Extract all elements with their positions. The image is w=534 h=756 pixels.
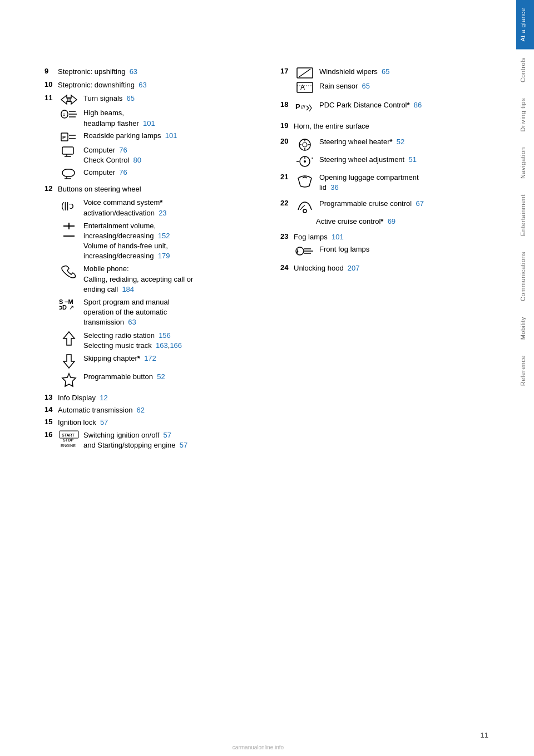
- computer2-icon: [58, 168, 80, 180]
- windshield-icon: [294, 67, 316, 79]
- tab-reference[interactable]: Reference: [516, 347, 534, 394]
- text-15: Ignition lock 57: [58, 418, 258, 428]
- num-21: 21: [280, 173, 294, 181]
- svg-text:P: P: [62, 135, 66, 140]
- sport-m-icon: S −M ↄD ↗: [58, 297, 80, 310]
- tab-entertainment[interactable]: Entertainment: [516, 186, 534, 244]
- entry-volume: Entertainment volume,increasing/decreasi…: [58, 221, 258, 262]
- num-17: 17: [280, 67, 294, 75]
- text-24: Unlocking hood 207: [294, 263, 494, 273]
- text-16: Switching ignition on/off 57 and Startin…: [83, 430, 258, 450]
- start-stop-icon: START STOP ENGINE: [58, 430, 80, 448]
- text-21: Opening luggage compartmentlid 36: [319, 173, 494, 193]
- svg-text:STOP: STOP: [63, 438, 73, 442]
- num-24: 24: [280, 263, 294, 272]
- svg-rect-11: [62, 147, 73, 154]
- svg-text:≡: ≡: [63, 112, 66, 117]
- num-10: 10: [44, 80, 58, 89]
- left-column: 9 Steptronic: upshifting 63 10 Steptroni…: [44, 67, 258, 454]
- entry-13: 13 Info Display 12: [44, 393, 258, 403]
- text-mobile: Mobile phone: Calling, redialing, accept…: [83, 264, 258, 294]
- roadside-parking-icon: P: [58, 131, 80, 143]
- entry-10: 10 Steptronic: downshifting 63: [44, 80, 258, 90]
- svg-text:↗: ↗: [69, 304, 74, 310]
- text-19: Horn, the entire surface: [294, 121, 494, 131]
- prog-button-icon: [58, 372, 80, 387]
- text-prog-button: Programmable button 52: [83, 372, 258, 382]
- mobile-phone-icon: [58, 264, 80, 279]
- entry-skip-chapter: Skipping chapter* 172: [58, 354, 258, 369]
- entry-12: 12 Buttons on steering wheel: [44, 184, 258, 194]
- tab-navigation[interactable]: Navigation: [516, 139, 534, 186]
- entry-sw-adjust: • Steering wheel adjustment 51: [294, 155, 494, 168]
- entry-22: 22 Programmable cruise control 67: [280, 199, 494, 214]
- entry-21: 21 Opening luggage compartmentlid 36: [280, 173, 494, 193]
- voice-cmd-icon: (||ↄ: [58, 198, 80, 213]
- num-12: 12: [44, 184, 58, 193]
- tab-at-a-glance[interactable]: At a glance: [516, 0, 534, 50]
- text-active-cruise: Active cruise control* 69: [294, 217, 494, 227]
- svg-text:∤: ∤: [296, 249, 299, 254]
- text-radio: Selecting radio station 156 Selecting mu…: [83, 331, 258, 351]
- text-volume: Entertainment volume,increasing/decreasi…: [83, 221, 258, 262]
- entry-high-beams: ≡ High beams,headlamp flasher 101: [58, 108, 258, 128]
- svg-text:•: •: [312, 155, 313, 160]
- tab-communications[interactable]: Communications: [516, 244, 534, 309]
- entry-mobile: Mobile phone: Calling, redialing, accept…: [58, 264, 258, 294]
- high-beams-icon: ≡: [58, 108, 80, 120]
- text-13: Info Display 12: [58, 393, 258, 403]
- num-14: 14: [44, 405, 58, 414]
- tab-mobility[interactable]: Mobility: [516, 309, 534, 347]
- sw-adjust-icon: •: [294, 155, 316, 168]
- num-20: 20: [280, 137, 294, 145]
- pdc-icon: P ///: [294, 100, 316, 116]
- text-turn-signals: Turn signals 65: [83, 94, 258, 104]
- svg-marker-27: [62, 374, 76, 386]
- computer1-icon: [58, 145, 80, 158]
- num-9: 9: [44, 67, 58, 75]
- entry-19: 19 Horn, the entire surface: [280, 121, 494, 131]
- entry-voice-cmd: (||ↄ Voice command system*activation/dea…: [58, 198, 258, 218]
- entry-computer1: Computer 76 Check Control 80: [58, 145, 258, 165]
- text-skip-chapter: Skipping chapter* 172: [83, 354, 258, 364]
- entry-24: 24 Unlocking hood 207: [280, 263, 494, 273]
- text-12: Buttons on steering wheel: [58, 184, 258, 194]
- svg-marker-25: [63, 332, 75, 345]
- svg-line-33: [299, 69, 310, 77]
- entry-15: 15 Ignition lock 57: [44, 418, 258, 428]
- text-computer1: Computer 76 Check Control 80: [83, 145, 258, 165]
- text-sport-m: Sport program and manualoperation of the…: [83, 297, 258, 328]
- tab-driving-tips[interactable]: Driving tips: [516, 90, 534, 139]
- volume-icon: [58, 221, 80, 241]
- svg-text:ↄD: ↄD: [59, 304, 67, 310]
- num-11: 11: [44, 94, 58, 102]
- svg-text:A: A: [300, 84, 305, 91]
- entry-23: 23 Fog lamps 101: [280, 232, 494, 242]
- svg-text:(||ↄ: (||ↄ: [61, 201, 74, 210]
- num-19: 19: [280, 121, 294, 130]
- text-roadside-parking: Roadside parking lamps 101: [83, 131, 258, 141]
- entry-17: 17 Windshield wipers 65: [280, 67, 494, 79]
- text-22: Programmable cruise control 67: [319, 199, 494, 209]
- text-17: Windshield wipers 65: [319, 67, 494, 77]
- num-13: 13: [44, 393, 58, 401]
- text-computer2: Computer 76: [83, 168, 258, 178]
- tab-controls[interactable]: Controls: [516, 50, 534, 90]
- sw-heater-icon: [294, 137, 316, 153]
- text-10: Steptronic: downshifting 63: [58, 80, 258, 90]
- entry-rain-sensor: A Rain sensor 65: [294, 81, 494, 95]
- entry-9: 9 Steptronic: upshifting 63: [44, 67, 258, 77]
- text-rain-sensor: Rain sensor 65: [319, 81, 494, 91]
- entry-roadside-parking: P Roadside parking lamps 101: [58, 131, 258, 143]
- num-15: 15: [44, 418, 58, 426]
- svg-text:START: START: [62, 433, 75, 437]
- num-18: 18: [280, 100, 294, 109]
- text-14: Automatic transmission 62: [58, 405, 258, 415]
- fog-lamp-icon: ∤: [294, 244, 316, 258]
- right-column: 17 Windshield wipers 65 A: [280, 67, 494, 454]
- sidebar-tabs: At a glance Controls Driving tips Naviga…: [516, 0, 534, 756]
- entry-prog-button: Programmable button 52: [58, 372, 258, 387]
- num-23: 23: [280, 232, 294, 240]
- entry-18: 18 P /// PDC Park Distance Control* 86: [280, 100, 494, 116]
- svg-point-46: [304, 160, 306, 163]
